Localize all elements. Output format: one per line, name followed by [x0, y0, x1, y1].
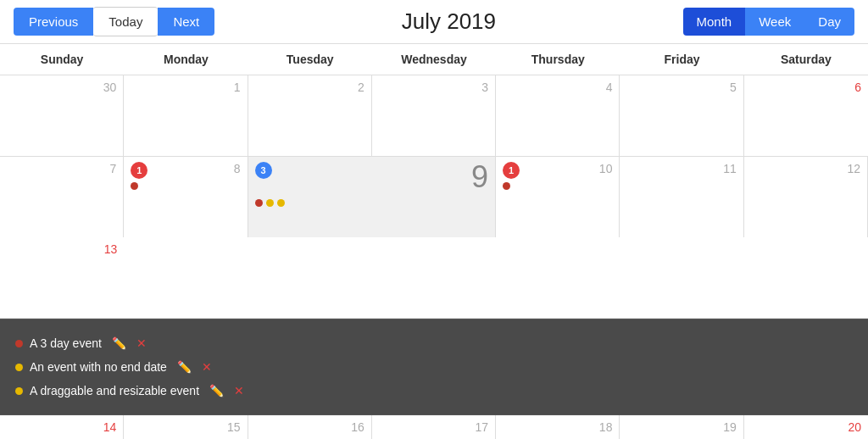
event-badge: 3: [255, 162, 272, 179]
cell-date: 5: [626, 81, 736, 94]
calendar-cell[interactable]: 4: [496, 75, 620, 156]
calendar-cell[interactable]: 1 8: [124, 157, 248, 237]
close-icon[interactable]: ✕: [202, 355, 212, 379]
cell-date: 15: [131, 420, 240, 434]
calendar-cell[interactable]: 7: [0, 157, 124, 237]
calendar-cell[interactable]: 11: [620, 157, 743, 237]
day-view-button[interactable]: Day: [804, 8, 854, 36]
cell-date: 18: [503, 420, 612, 434]
cell-date: 19: [626, 420, 736, 434]
event-badge: 1: [503, 162, 520, 179]
day-tuesday: Tuesday: [248, 44, 372, 75]
previous-button[interactable]: Previous: [14, 8, 93, 36]
cell-date: 7: [7, 162, 116, 175]
calendar-cell[interactable]: 1: [124, 75, 248, 156]
month-view-button[interactable]: Month: [683, 8, 746, 36]
calendar-cell[interactable]: 1 10: [496, 157, 620, 237]
today-button[interactable]: Today: [93, 7, 158, 36]
edit-icon[interactable]: ✏️: [112, 331, 126, 355]
event-popup: A 3 day event ✏️ ✕ An event with no end …: [0, 319, 868, 415]
day-wednesday: Wednesday: [372, 44, 496, 75]
calendar-cell[interactable]: 15: [124, 415, 248, 439]
calendar-cell[interactable]: 6: [744, 75, 868, 156]
popup-event-label: A 3 day event: [30, 331, 102, 355]
event-dot: [503, 182, 510, 190]
cell-date: 12: [751, 162, 860, 175]
dots-row: [131, 182, 240, 190]
event-badge: 1: [131, 162, 147, 179]
popup-item: A 3 day event ✏️ ✕: [15, 331, 853, 355]
calendar-cell[interactable]: 30: [0, 75, 124, 156]
calendar-cell[interactable]: 13: [0, 237, 124, 318]
cell-date: 3: [379, 81, 488, 94]
cell-date: 11: [626, 162, 736, 175]
popup-item: An event with no end date ✏️ ✕: [15, 355, 853, 379]
cell-date-today: 9: [471, 162, 488, 192]
close-icon[interactable]: ✕: [234, 379, 244, 403]
event-dot: [131, 182, 138, 190]
calendar-row: 14 15 16 17 18 19 20: [0, 415, 868, 439]
cell-date: 16: [255, 420, 364, 434]
popup-dot-yellow: [15, 387, 23, 395]
cell-date: 13: [7, 242, 117, 256]
dots-row: [503, 182, 612, 190]
event-dot: [277, 199, 285, 207]
calendar-title: July 2019: [402, 8, 496, 35]
nav-controls: Previous Today Next: [14, 7, 214, 36]
calendar: Sunday Monday Tuesday Wednesday Thursday…: [0, 44, 868, 439]
popup-item: A draggable and resizable event ✏️ ✕: [15, 379, 853, 403]
popup-dot-red: [15, 340, 23, 347]
cell-date: 4: [503, 81, 612, 94]
calendar-cell[interactable]: 2: [248, 75, 372, 156]
calendar-cell[interactable]: 14: [0, 415, 124, 439]
calendar-cell[interactable]: 3: [372, 75, 496, 156]
edit-icon[interactable]: ✏️: [209, 379, 224, 403]
calendar-cell[interactable]: 17: [372, 415, 496, 439]
event-dot: [266, 199, 274, 207]
day-sunday: Sunday: [0, 44, 124, 75]
calendar-cell[interactable]: 19: [620, 415, 743, 439]
popup-event-label: A draggable and resizable event: [30, 379, 199, 403]
cell-date: 2: [255, 81, 364, 94]
event-dot: [255, 199, 263, 207]
calendar-row: 7 1 8 3 9: [0, 157, 868, 319]
day-monday: Monday: [124, 44, 248, 75]
close-icon[interactable]: ✕: [136, 331, 147, 355]
cell-date: 14: [7, 420, 116, 434]
week-view-button[interactable]: Week: [745, 8, 804, 36]
dots-row: [255, 199, 489, 207]
cell-date: 20: [751, 420, 861, 434]
day-thursday: Thursday: [496, 44, 620, 75]
cell-date: 6: [751, 81, 861, 94]
cell-date: 17: [379, 420, 488, 434]
calendar-cell[interactable]: 18: [496, 415, 620, 439]
today-cell[interactable]: 3 9: [248, 157, 497, 237]
day-friday: Friday: [620, 44, 743, 75]
cell-date: 1: [131, 81, 240, 94]
calendar-grid: 30 1 2 3 4 5 6 7: [0, 75, 868, 439]
next-button[interactable]: Next: [158, 8, 214, 36]
view-toggle: Month Week Day: [683, 8, 854, 36]
calendar-cell[interactable]: 16: [248, 415, 372, 439]
calendar-header: Previous Today Next July 2019 Month Week…: [0, 0, 868, 44]
popup-event-label: An event with no end date: [30, 355, 167, 379]
cell-date: 8: [234, 162, 241, 175]
day-saturday: Saturday: [744, 44, 868, 75]
popup-dot-yellow: [15, 364, 23, 371]
cell-date: 10: [599, 162, 613, 175]
calendar-cell[interactable]: 5: [620, 75, 743, 156]
calendar-row: 30 1 2 3 4 5 6: [0, 75, 868, 157]
cell-date: 30: [7, 81, 116, 94]
day-headers-row: Sunday Monday Tuesday Wednesday Thursday…: [0, 44, 868, 75]
calendar-cell[interactable]: 20: [744, 415, 868, 439]
edit-icon[interactable]: ✏️: [177, 355, 192, 379]
calendar-cell[interactable]: 12: [744, 157, 868, 237]
